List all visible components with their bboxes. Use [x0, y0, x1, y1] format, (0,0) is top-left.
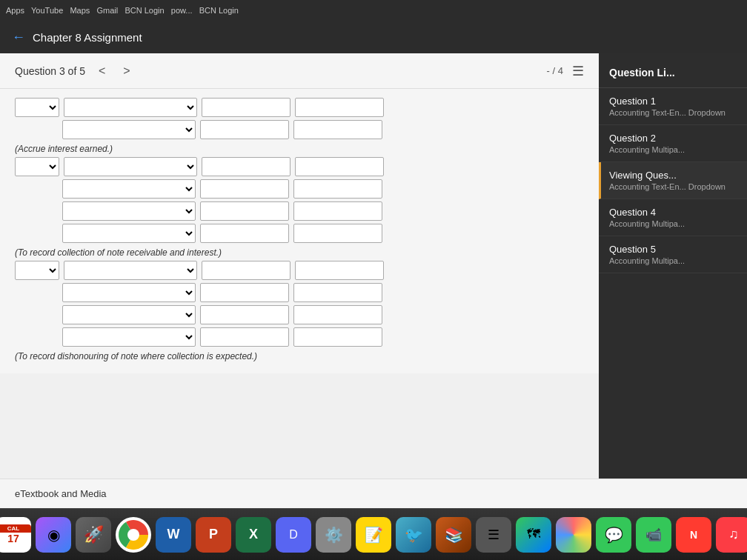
select-2a-medium[interactable]	[64, 157, 197, 176]
select-3a-small[interactable]	[15, 261, 59, 280]
score-area: - / 4 ☰	[547, 63, 584, 79]
amount-3a-debit[interactable]	[202, 261, 290, 280]
dock-music[interactable]: ♫	[716, 517, 747, 553]
amount-3d-debit[interactable]	[200, 327, 289, 347]
sidebar-item-q1-title: Question 1	[609, 96, 737, 107]
journal-row-2b	[15, 179, 584, 199]
amount-2a-credit[interactable]	[295, 157, 384, 176]
prev-button[interactable]: <	[94, 63, 110, 79]
dock-siri[interactable]: ◉	[36, 517, 71, 553]
sidebar-item-q1-subtitle: Accounting Text-En... Dropdown	[609, 108, 737, 117]
sidebar-item-q3-title: Viewing Ques...	[609, 170, 737, 181]
amount-1a-debit[interactable]	[202, 98, 290, 117]
journal-row-3d	[15, 327, 584, 347]
dock-excel[interactable]: X	[236, 517, 271, 553]
etextbook-label[interactable]: eTextbook and Media	[15, 488, 107, 499]
amount-3c-debit[interactable]	[200, 305, 289, 324]
select-1a-small[interactable]	[15, 98, 59, 117]
label-collection: (To record collection of note receivable…	[15, 247, 584, 258]
amount-2b-credit[interactable]	[293, 179, 382, 199]
sidebar-item-q4-title: Question 4	[609, 207, 737, 218]
select-1b-medium[interactable]	[62, 120, 196, 139]
dock-books[interactable]: 📚	[436, 517, 471, 553]
select-3a-medium[interactable]	[64, 261, 197, 280]
sidebar-item-q1[interactable]: Question 1 Accounting Text-En... Dropdow…	[599, 88, 747, 125]
dock: 🍎 CAL17 ◉ 🚀 W P X D ⚙️ 📝 🐦 📚 ☰ 🗺 💬 📹 N ♫…	[0, 508, 747, 560]
sidebar-item-q5[interactable]: Question 5 Accounting Multipa...	[599, 236, 747, 273]
amount-1b-credit[interactable]	[293, 120, 382, 139]
dock-facetime[interactable]: 📹	[636, 517, 671, 553]
amount-1b-debit[interactable]	[200, 120, 289, 139]
amount-2b-debit[interactable]	[200, 179, 289, 199]
journal-row-2a	[15, 157, 584, 176]
select-2a-small[interactable]	[15, 157, 59, 176]
select-1a-medium[interactable]	[64, 98, 197, 117]
sidebar-item-q2-title: Question 2	[609, 133, 737, 144]
select-2c-medium[interactable]	[62, 201, 196, 221]
journal-row-2c	[15, 201, 584, 221]
dock-notes[interactable]: 📝	[356, 517, 391, 553]
dock-discord[interactable]: D	[276, 517, 311, 553]
sidebar-title: Question Li...	[599, 61, 747, 88]
amount-2c-debit[interactable]	[200, 201, 289, 221]
amount-3b-debit[interactable]	[200, 283, 289, 302]
dock-mail-bird[interactable]: 🐦	[396, 517, 431, 553]
select-2b-medium[interactable]	[62, 179, 196, 199]
select-3d-medium[interactable]	[62, 327, 196, 347]
assignment-header: ← Chapter 8 Assignment	[0, 21, 747, 53]
question-number: Question 3 of 5	[15, 65, 85, 77]
browser-tabs: Apps YouTube Maps Gmail BCN Login pow...…	[6, 6, 239, 15]
amount-3c-credit[interactable]	[293, 305, 382, 324]
journal-row-1b	[15, 120, 584, 139]
dock-messages[interactable]: 💬	[596, 517, 631, 553]
dock-maps[interactable]: 🗺	[516, 517, 551, 553]
amount-2d-credit[interactable]	[293, 224, 382, 243]
amount-1a-credit[interactable]	[295, 98, 384, 117]
dock-news[interactable]: N	[676, 517, 711, 553]
back-button[interactable]: ←	[12, 30, 25, 45]
journal-row-1a	[15, 98, 584, 117]
etextbook-bar: eTextbook and Media	[0, 479, 747, 508]
dock-reminder[interactable]: ☰	[476, 517, 511, 553]
journal-row-3b	[15, 283, 584, 302]
next-button[interactable]: >	[119, 63, 134, 79]
dock-calendar[interactable]: CAL17	[0, 517, 31, 553]
content-area: Question 3 of 5 < > - / 4 ☰	[0, 53, 747, 508]
amount-2a-debit[interactable]	[202, 157, 290, 176]
select-2d-medium[interactable]	[62, 224, 196, 243]
score-display: - / 4	[547, 65, 563, 76]
question-list-sidebar: Question Li... Question 1 Accounting Tex…	[599, 53, 747, 508]
sidebar-item-q5-subtitle: Accounting Multipa...	[609, 256, 737, 265]
dock-photos[interactable]	[556, 517, 591, 553]
browser-bar: Apps YouTube Maps Gmail BCN Login pow...…	[0, 0, 747, 21]
amount-3b-credit[interactable]	[293, 283, 382, 302]
journal-row-2d	[15, 224, 584, 243]
dock-settings[interactable]: ⚙️	[316, 517, 351, 553]
select-3c-medium[interactable]	[62, 305, 196, 324]
dock-word[interactable]: W	[156, 517, 191, 553]
label-accrue: (Accrue interest earned.)	[15, 144, 584, 154]
journal-row-3a	[15, 261, 584, 280]
svg-point-1	[127, 529, 139, 541]
sidebar-item-q3-subtitle: Accounting Text-En... Dropdown	[609, 182, 737, 191]
dock-launchpad[interactable]: 🚀	[76, 517, 111, 553]
dock-chrome[interactable]	[116, 517, 151, 553]
sidebar-item-q2[interactable]: Question 2 Accounting Multipa...	[599, 125, 747, 162]
list-icon[interactable]: ☰	[572, 63, 584, 79]
sidebar-item-q4[interactable]: Question 4 Accounting Multipa...	[599, 199, 747, 236]
amount-3d-credit[interactable]	[293, 327, 382, 347]
amount-2d-debit[interactable]	[200, 224, 289, 243]
sidebar-item-q4-subtitle: Accounting Multipa...	[609, 219, 737, 228]
sidebar-item-q2-subtitle: Accounting Multipa...	[609, 145, 737, 154]
sidebar-item-q3[interactable]: Viewing Ques... Accounting Text-En... Dr…	[599, 162, 747, 199]
select-3b-medium[interactable]	[62, 283, 196, 302]
question-nav: Question 3 of 5 < >	[15, 63, 135, 79]
assignment-title: Chapter 8 Assignment	[33, 31, 142, 44]
label-dishonour: (To record dishonouring of note where co…	[15, 351, 584, 361]
main-panel: Question 3 of 5 < > - / 4 ☰	[0, 53, 599, 508]
dock-powerpoint[interactable]: P	[196, 517, 231, 553]
amount-2c-credit[interactable]	[293, 201, 382, 221]
amount-3a-credit[interactable]	[295, 261, 384, 280]
sidebar-item-q5-title: Question 5	[609, 244, 737, 255]
question-header: Question 3 of 5 < > - / 4 ☰	[0, 53, 599, 89]
